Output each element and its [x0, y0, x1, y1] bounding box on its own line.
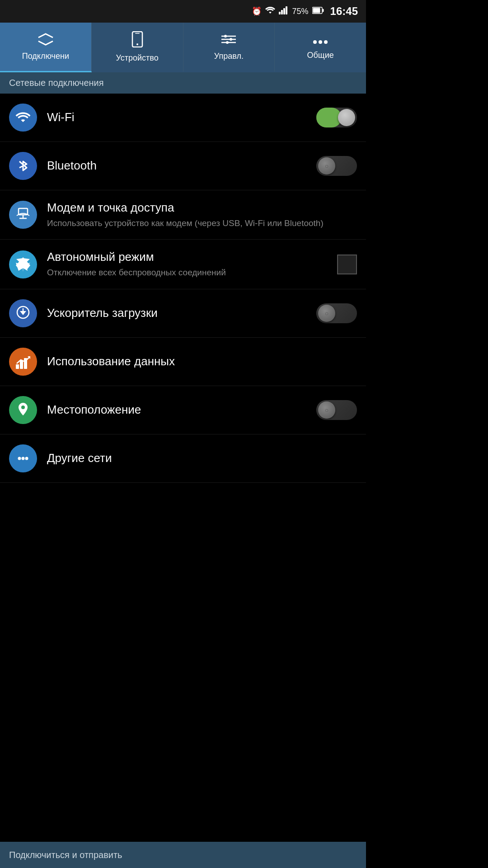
tab-connections-label: Подключени: [22, 52, 69, 61]
svg-point-16: [313, 40, 317, 44]
download-text: Ускоритель загрузки: [47, 306, 316, 321]
svg-point-33: [22, 457, 25, 460]
bluetooth-icon: [9, 152, 37, 180]
data-title: Использование данных: [47, 354, 357, 369]
wifi-title: Wi-Fi: [47, 110, 316, 125]
bottom-bar-label: Подключиться и отправить: [9, 850, 122, 860]
svg-rect-27: [20, 361, 23, 369]
download-title: Ускоритель загрузки: [47, 306, 316, 321]
setting-bluetooth[interactable]: Bluetooth ○: [0, 142, 366, 190]
tether-title: Модем и точка доступа: [47, 200, 357, 216]
svg-point-30: [21, 406, 25, 409]
svg-rect-2: [283, 8, 285, 14]
tab-controls-label: Управл.: [214, 52, 244, 61]
tab-general[interactable]: Общие: [275, 23, 366, 72]
location-toggle[interactable]: ○: [316, 400, 357, 420]
data-text: Использование данных: [47, 354, 357, 369]
location-toggle-thumb: ○: [318, 401, 335, 419]
connections-icon: [38, 33, 54, 49]
tab-controls[interactable]: Управл.: [183, 23, 275, 72]
status-time: 16:45: [330, 5, 358, 18]
wifi-toggle-thumb: [338, 109, 355, 126]
svg-point-8: [136, 43, 138, 45]
data-usage-icon: [9, 348, 37, 376]
svg-rect-14: [230, 38, 232, 41]
location-icon: [9, 396, 37, 424]
download-toggle-thumb: ○: [318, 305, 335, 322]
tab-device-label: Устройство: [116, 53, 159, 63]
bottom-bar[interactable]: Подключиться и отправить: [0, 842, 366, 868]
battery-percent: 75%: [292, 7, 309, 16]
location-title: Местоположение: [47, 402, 316, 418]
status-bar: ⏰ 75% 16:45: [0, 0, 366, 23]
device-icon: [131, 31, 143, 51]
wifi-icon: [9, 104, 37, 132]
setting-download[interactable]: Ускоритель загрузки ○: [0, 289, 366, 338]
bluetooth-text: Bluetooth: [47, 158, 316, 174]
other-networks-icon: [9, 444, 37, 472]
tab-bar: Подключени Устройство Управл.: [0, 23, 366, 72]
setting-location[interactable]: Местоположение ○: [0, 386, 366, 434]
svg-rect-9: [135, 33, 140, 34]
airplane-checkbox[interactable]: [337, 255, 357, 274]
svg-rect-1: [281, 10, 283, 14]
bluetooth-title: Bluetooth: [47, 158, 316, 174]
section-header: Сетевые подключения: [0, 72, 366, 94]
svg-rect-26: [16, 364, 19, 369]
tab-connections[interactable]: Подключени: [0, 23, 92, 72]
battery-icon: [312, 7, 324, 16]
svg-marker-24: [20, 311, 26, 315]
controls-icon: [221, 33, 237, 49]
wifi-status-icon: [265, 6, 275, 17]
general-icon: [312, 34, 328, 48]
svg-point-34: [25, 457, 28, 460]
svg-rect-3: [286, 6, 287, 14]
airplane-title: Автономный режим: [47, 250, 337, 265]
tether-subtitle: Использовать устройство как модем (через…: [47, 217, 357, 230]
wifi-text: Wi-Fi: [47, 110, 316, 125]
setting-airplane[interactable]: Автономный режим Отключение всех беспров…: [0, 240, 366, 289]
signal-icon: [279, 6, 289, 17]
tether-icon: [9, 201, 37, 229]
svg-point-18: [324, 40, 328, 44]
setting-wifi[interactable]: Wi-Fi: [0, 94, 366, 142]
airplane-subtitle: Отключение всех беспроводных соединений: [47, 267, 337, 279]
bluetooth-toggle-thumb: ○: [318, 157, 335, 175]
other-networks-text: Другие сети: [47, 451, 357, 466]
wifi-toggle[interactable]: [316, 108, 357, 127]
setting-tether[interactable]: Модем и точка доступа Использовать устро…: [0, 190, 366, 240]
location-text: Местоположение: [47, 402, 316, 418]
download-icon: [9, 299, 37, 327]
svg-rect-0: [279, 12, 281, 14]
other-networks-title: Другие сети: [47, 451, 357, 466]
svg-point-17: [319, 40, 322, 44]
svg-rect-15: [226, 41, 229, 44]
airplane-text: Автономный режим Отключение всех беспров…: [47, 250, 337, 278]
settings-list: Wi-Fi Bluetooth ○: [0, 94, 366, 483]
svg-rect-6: [313, 8, 320, 13]
tab-general-label: Общие: [307, 51, 334, 60]
svg-rect-5: [322, 9, 324, 12]
svg-rect-13: [224, 35, 227, 38]
setting-data[interactable]: Использование данных: [0, 338, 366, 386]
alarm-icon: ⏰: [252, 6, 262, 16]
bluetooth-toggle[interactable]: ○: [316, 156, 357, 176]
tab-device[interactable]: Устройство: [92, 23, 183, 72]
download-toggle[interactable]: ○: [316, 303, 357, 323]
airplane-icon: [9, 250, 37, 278]
setting-other-networks[interactable]: Другие сети: [0, 434, 366, 483]
svg-point-32: [18, 457, 21, 460]
tether-text: Модем и точка доступа Использовать устро…: [47, 200, 357, 229]
